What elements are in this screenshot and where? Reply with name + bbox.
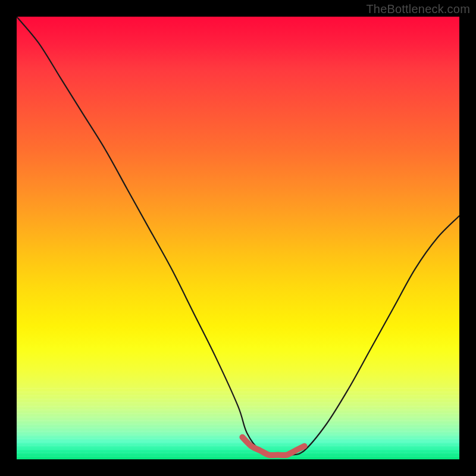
- plot-area: [17, 17, 459, 459]
- bottleneck-curve: [17, 17, 459, 455]
- curve-layer: [17, 17, 459, 459]
- chart-frame: TheBottleneck.com: [0, 0, 476, 476]
- watermark-label: TheBottleneck.com: [366, 2, 470, 16]
